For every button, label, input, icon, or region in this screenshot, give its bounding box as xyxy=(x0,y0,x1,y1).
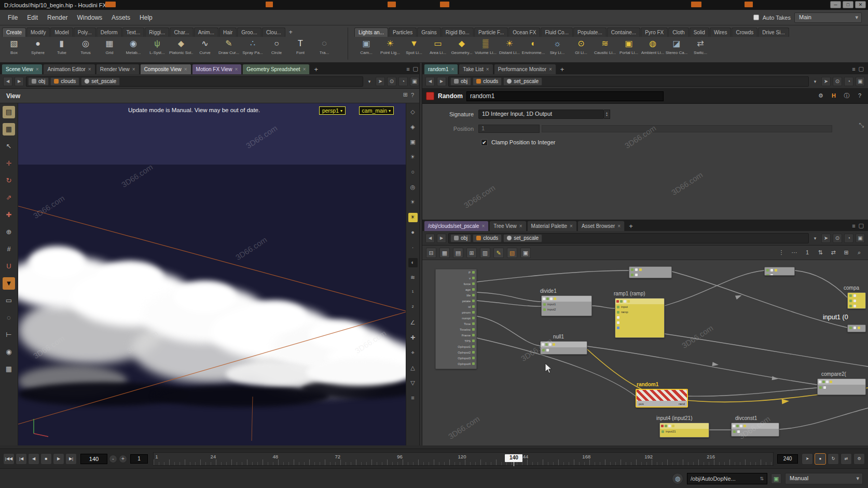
shelf-tab-containe[interactable]: Containe... xyxy=(607,28,640,37)
back-button[interactable]: ◀ xyxy=(3,77,12,86)
shelf-tab-wires[interactable]: Wires xyxy=(710,28,732,37)
measure-icon[interactable]: ⊢ xyxy=(3,329,15,341)
menu-icon[interactable]: ≡ xyxy=(852,223,855,229)
network-boxes-icon[interactable]: ⊞ xyxy=(466,248,477,258)
network-node-aux1[interactable] xyxy=(629,266,672,278)
shelf-tab-fluid-co[interactable]: Fluid Co... xyxy=(541,28,573,37)
lamp2-icon[interactable]: ☀ xyxy=(408,198,418,207)
zoom-icon[interactable]: ⌕ xyxy=(854,248,864,258)
new-pane-tab-button[interactable]: + xyxy=(625,222,637,231)
help-icon[interactable]: ? xyxy=(411,92,414,98)
titlebar[interactable]: D:/clouds//hip/10_begin.hip - Houdini FX… xyxy=(0,0,868,10)
timeline-ruler[interactable]: 140 124487296120144168192216 xyxy=(153,452,774,466)
hand-icon[interactable]: ⊕ xyxy=(3,226,15,238)
new-shelf-tab-button[interactable]: + xyxy=(286,28,296,37)
dots-icon[interactable]: ⋮ xyxy=(776,248,787,258)
shelf-tool-caustic-li[interactable]: ≋Caustic Li... xyxy=(593,37,617,62)
grid-snap-icon[interactable]: ▦ xyxy=(439,248,450,258)
wire-shade-icon[interactable]: ≋ xyxy=(408,273,418,282)
close-icon[interactable]: × xyxy=(132,66,135,72)
shelf-tab-drive-si[interactable]: Drive Si... xyxy=(758,28,789,37)
circle-vp-icon[interactable]: ○ xyxy=(408,168,418,177)
breadcrumb-clouds[interactable]: clouds xyxy=(473,77,502,86)
shelf-tool-sky-li[interactable]: ☼Sky Li... xyxy=(545,37,569,62)
layout-mode-icon[interactable]: ▤ xyxy=(3,106,15,118)
material-icon[interactable]: ◉ xyxy=(3,346,15,358)
shelf-tool-circle[interactable]: ○Circle xyxy=(265,37,288,62)
breadcrumb-clouds[interactable]: clouds xyxy=(473,234,502,242)
auto-takes-checkbox[interactable] xyxy=(753,15,759,20)
organize-icon[interactable]: ▣ xyxy=(520,248,531,258)
pane-icon[interactable]: ▢ xyxy=(859,222,864,229)
shelf-tab-grains[interactable]: Grains xyxy=(417,28,440,37)
maximize-button[interactable]: □ xyxy=(843,1,853,8)
gear-icon[interactable]: ⚙ xyxy=(816,91,825,101)
close-icon[interactable]: × xyxy=(481,223,485,229)
tri-up-icon[interactable]: △ xyxy=(408,363,418,373)
current-frame-marker[interactable]: 140 xyxy=(505,454,522,462)
shelf-tool-torus[interactable]: ◎Torus xyxy=(74,37,98,62)
network-node-random1[interactable]: posrand xyxy=(636,389,688,408)
rotate-icon[interactable]: ↻ xyxy=(3,174,15,187)
path-dropdown-button[interactable]: ▾ xyxy=(811,236,819,241)
breadcrumb-set-pscale[interactable]: set_pscale xyxy=(503,234,542,242)
shelf-tool-geometry[interactable]: ◆Geometry... xyxy=(450,37,474,62)
shelf-tool-font[interactable]: TFont xyxy=(288,37,312,62)
shelf-tab-riggi[interactable]: Riggi... xyxy=(145,28,169,37)
lines-icon[interactable]: ≡ xyxy=(408,394,418,403)
close-icon[interactable]: × xyxy=(549,66,552,72)
frame-one-icon[interactable]: 1 xyxy=(802,248,812,258)
tab-asset-browser[interactable]: Asset Browser× xyxy=(577,221,625,231)
close-icon[interactable]: × xyxy=(570,223,573,229)
dop-network-selector[interactable]: /obj/AutoDopNe... ⇅ xyxy=(687,473,767,484)
new-pane-tab-button[interactable]: + xyxy=(310,65,322,74)
forward-button[interactable]: ▶ xyxy=(15,77,24,86)
shelf-tab-lights-an[interactable]: Lights an... xyxy=(354,28,388,37)
two-icon[interactable]: ² xyxy=(408,303,418,313)
auto-key-icon[interactable]: ● xyxy=(815,453,826,465)
shelf-tool-curve[interactable]: ∿Curve xyxy=(193,37,217,62)
anim-options-icon[interactable]: ⚙ xyxy=(853,453,865,465)
breadcrumb-clouds[interactable]: clouds xyxy=(50,77,79,86)
spinner-icon[interactable]: ⇅ xyxy=(760,476,764,481)
menu-assets[interactable]: Assets xyxy=(107,12,135,23)
update-mode-icon[interactable]: ▣ xyxy=(771,473,781,484)
network-node-aux2[interactable] xyxy=(764,267,795,276)
breadcrumb-set-pscale[interactable]: set_pscale xyxy=(81,77,120,86)
shelf-tab-char[interactable]: Char... xyxy=(170,28,193,37)
tab-motion-fx-view[interactable]: Motion FX View× xyxy=(192,64,242,74)
angle-icon[interactable]: ∠ xyxy=(408,318,418,328)
decrement-frame-button[interactable]: - xyxy=(109,455,117,463)
play-reverse-button[interactable]: ◀ xyxy=(28,453,39,465)
forward-button[interactable]: ▶ xyxy=(437,77,446,86)
close-icon[interactable]: × xyxy=(36,66,39,72)
go-end-button[interactable]: ▶| xyxy=(65,453,77,465)
pin-icon[interactable]: ⊙ xyxy=(387,77,396,86)
shelf-tool-box[interactable]: ▧Box xyxy=(2,37,26,62)
menu-icon[interactable]: ≡ xyxy=(406,66,409,72)
tab-take-list[interactable]: Take List× xyxy=(459,64,493,74)
node-name-field[interactable]: random1 xyxy=(466,91,664,101)
path-field[interactable]: objcloudsset_pscale xyxy=(448,76,809,87)
path-dropdown-button[interactable]: ▾ xyxy=(365,79,374,84)
shelf-tool-grid[interactable]: ▦Grid xyxy=(98,37,121,62)
person-icon[interactable]: ◔ xyxy=(398,77,408,86)
hscript-icon[interactable]: H xyxy=(829,91,838,101)
shading-icon[interactable]: ◐ xyxy=(408,258,418,267)
range-start-field[interactable]: 1 xyxy=(130,454,148,464)
position-slider-track[interactable] xyxy=(542,125,832,132)
tab-material-palette[interactable]: Material Palette× xyxy=(527,221,577,231)
menu-edit[interactable]: Edit xyxy=(22,12,43,23)
tab-composite-view[interactable]: Composite View× xyxy=(140,64,191,74)
list-mode-icon[interactable]: ▤ xyxy=(453,248,463,258)
clamp-position-checkbox[interactable] xyxy=(481,139,488,146)
info-icon[interactable]: ⓘ xyxy=(842,91,851,101)
link-dots-icon[interactable]: ⋯ xyxy=(789,248,800,258)
tab-tree-view[interactable]: Tree View× xyxy=(489,221,526,231)
back-button[interactable]: ◀ xyxy=(425,77,435,86)
shelf-tab-groo[interactable]: Groo... xyxy=(237,28,261,37)
menu-file[interactable]: File xyxy=(3,12,22,23)
tri-down-icon[interactable]: ▽ xyxy=(408,378,418,388)
network-editor[interactable]: PvforceagelifepstateidptnumnumptTimeTime… xyxy=(422,260,868,445)
secure-selection-icon[interactable]: ▦ xyxy=(3,123,15,135)
